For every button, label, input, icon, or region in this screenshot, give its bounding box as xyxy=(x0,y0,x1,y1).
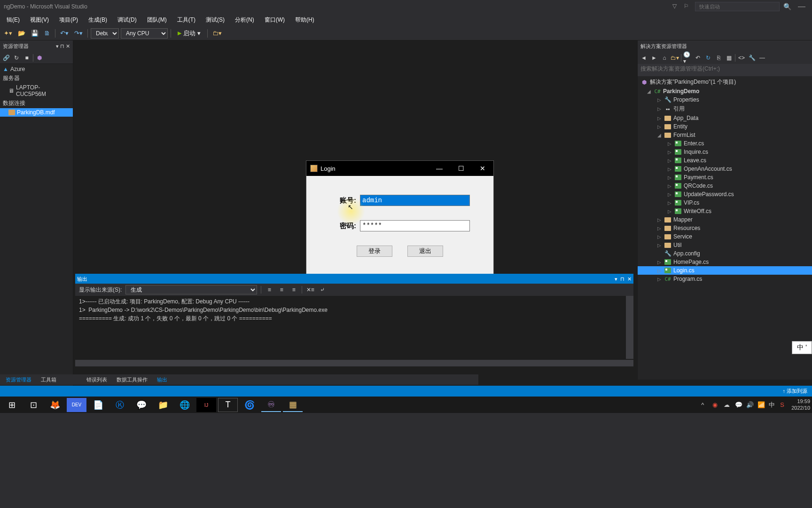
expander-icon[interactable]: ▷ xyxy=(667,167,672,172)
resources-node[interactable]: ▷Resources xyxy=(638,224,812,232)
jetbrains-icon[interactable]: IJ xyxy=(196,398,216,412)
minimize-icon[interactable]: — xyxy=(795,2,808,11)
ime-indicator[interactable]: 中 ' xyxy=(792,341,812,354)
close-icon[interactable]: ✕ xyxy=(627,276,632,282)
form-file[interactable]: ▷QRCode.cs xyxy=(638,182,812,190)
panel-header[interactable]: 资源管理器 ▾ ⊓ ✕ xyxy=(0,40,73,52)
password-input[interactable] xyxy=(360,220,470,231)
form-file[interactable]: ▷UpdatePassword.cs xyxy=(638,190,812,198)
menu-debug[interactable]: 调试(D) xyxy=(113,14,141,26)
tab-data-tools[interactable]: 数据工具操作 xyxy=(113,375,151,384)
solution-search-input[interactable] xyxy=(640,65,809,72)
expander-icon[interactable]: ▷ xyxy=(667,158,672,163)
tab-toolbox[interactable]: 工具箱 xyxy=(37,375,60,384)
form-file[interactable]: ▷WriteOff.cs xyxy=(638,207,812,215)
dialog-titlebar[interactable]: Login — ☐ ✕ xyxy=(306,161,493,176)
pin-icon[interactable]: ⊓ xyxy=(620,276,625,282)
tab-resource-explorer[interactable]: 资源管理器 xyxy=(2,375,35,384)
collapse-icon[interactable]: ↶ xyxy=(694,54,702,62)
expander-icon[interactable]: ▷ xyxy=(656,268,662,273)
form-file[interactable]: ▷Enter.cs xyxy=(638,139,812,148)
properties-icon[interactable]: 🔧 xyxy=(748,54,756,62)
undo-button[interactable]: ↶▾ xyxy=(58,29,70,38)
expander-icon[interactable]: ◢ xyxy=(656,133,662,138)
tray-input-icon[interactable]: S xyxy=(780,401,789,408)
notification-icon[interactable]: ▽ xyxy=(672,3,680,10)
stop-icon[interactable]: ■ xyxy=(23,54,31,62)
servers-node[interactable]: 服务器 xyxy=(0,73,73,83)
data-connections-node[interactable]: 数据连接 xyxy=(0,98,73,108)
open-button[interactable]: 📂 xyxy=(16,29,27,38)
find-icon[interactable]: ≡ xyxy=(265,286,273,294)
appconfig-node[interactable]: 🔧App.config xyxy=(638,249,812,258)
expander-icon[interactable]: ▷ xyxy=(656,226,662,231)
login-cs-node[interactable]: ▷Login.cs xyxy=(638,266,812,275)
kugou-icon[interactable]: Ⓚ xyxy=(110,398,130,412)
expander-icon[interactable]: ▷ xyxy=(656,243,662,248)
db-icon[interactable]: ⬢ xyxy=(35,54,44,62)
scrollbar-horizontal[interactable] xyxy=(75,360,633,366)
menu-analyze[interactable]: 分析(N) xyxy=(230,14,259,26)
expander-icon[interactable]: ▷ xyxy=(656,277,662,282)
text-icon[interactable]: T xyxy=(218,398,238,412)
tray-app-icon[interactable]: ◉ xyxy=(712,401,721,408)
expander-icon[interactable]: ▷ xyxy=(667,183,672,189)
new-file-button[interactable]: ✦▾ xyxy=(2,29,14,38)
entity-node[interactable]: ▷ Entity xyxy=(638,122,812,131)
expander-icon[interactable]: ▷ xyxy=(667,141,672,146)
maximize-button[interactable]: ☐ xyxy=(450,161,472,175)
expander-icon[interactable]: ▷ xyxy=(667,150,672,155)
config-select[interactable]: Debug xyxy=(91,28,119,39)
menu-project[interactable]: 项目(P) xyxy=(55,14,83,26)
edge-icon[interactable]: 🌀 xyxy=(240,398,259,412)
start-button[interactable]: ⊞ xyxy=(2,398,22,412)
form-file[interactable]: ▷VIP.cs xyxy=(638,198,812,207)
sync-icon[interactable]: 🕓▾ xyxy=(683,54,692,62)
tab-output[interactable]: 输出 xyxy=(153,375,171,384)
show-all-icon[interactable]: ▦ xyxy=(725,54,733,62)
project-node[interactable]: ◢ C# ParkingDemo xyxy=(638,87,812,95)
expander-icon[interactable]: ▷ xyxy=(656,106,662,111)
next-icon[interactable]: ≡ xyxy=(289,286,298,294)
chrome-icon[interactable]: 🌐 xyxy=(175,398,195,412)
explorer-icon[interactable]: 📁 xyxy=(153,398,173,412)
form-file[interactable]: ▷Inquire.cs xyxy=(638,148,812,156)
visualstudio-icon[interactable]: ♾ xyxy=(261,398,281,412)
mapper-node[interactable]: ▷Mapper xyxy=(638,215,812,224)
tray-up-icon[interactable]: ^ xyxy=(701,401,710,408)
running-app-icon[interactable]: ▦ xyxy=(283,398,303,412)
appdata-node[interactable]: ▷ App_Data xyxy=(638,114,812,122)
menu-help[interactable]: 帮助(H) xyxy=(290,14,319,26)
forward-icon[interactable]: ► xyxy=(650,54,658,62)
refresh-icon[interactable]: ↻ xyxy=(12,54,21,62)
solution-panel-header[interactable]: 解决方案资源管理器 xyxy=(638,40,812,52)
preview-icon[interactable]: — xyxy=(758,54,766,62)
expander-icon[interactable]: ◢ xyxy=(646,89,652,94)
expander-icon[interactable]: ▷ xyxy=(656,217,662,222)
refresh-icon[interactable]: ↻ xyxy=(704,54,712,62)
save-button[interactable]: 💾 xyxy=(29,29,40,38)
menu-test[interactable]: 测试(S) xyxy=(201,14,229,26)
azure-node[interactable]: ▲ Azure xyxy=(0,65,73,73)
tab-error-list[interactable]: 错误列表 xyxy=(83,375,111,384)
form-file[interactable]: ▷OpenAnAccount.cs xyxy=(638,165,812,173)
notepad-icon[interactable]: 📄 xyxy=(88,398,108,412)
dev-icon[interactable]: DEV xyxy=(67,398,86,412)
tray-wechat-icon[interactable]: 💬 xyxy=(735,401,743,408)
search-icon[interactable]: 🔍 xyxy=(783,3,791,10)
expander-icon[interactable]: ▷ xyxy=(656,260,662,265)
pending-icon[interactable]: 🗀▾ xyxy=(671,54,679,62)
tray-network-icon[interactable]: 📶 xyxy=(757,401,766,408)
solution-node[interactable]: ⬢ 解决方案"ParkingDemo"(1 个项目) xyxy=(638,77,812,87)
menu-edit[interactable]: 辑(E) xyxy=(2,14,24,26)
formlist-node[interactable]: ◢ FormList xyxy=(638,131,812,139)
wechat-icon[interactable]: 💬 xyxy=(132,398,151,412)
db-file-node[interactable]: ParkingDB.mdf xyxy=(0,108,73,117)
connect-icon[interactable]: 🔗 xyxy=(2,54,10,62)
code-icon[interactable]: <> xyxy=(737,54,746,62)
clear-icon[interactable]: ✕≡ xyxy=(306,286,314,294)
output-source-select[interactable]: 生成 xyxy=(125,285,257,294)
home-icon[interactable]: ⌂ xyxy=(660,54,669,62)
tray-ime-icon[interactable]: 中 xyxy=(769,401,777,409)
menu-build[interactable]: 生成(B) xyxy=(84,14,112,26)
